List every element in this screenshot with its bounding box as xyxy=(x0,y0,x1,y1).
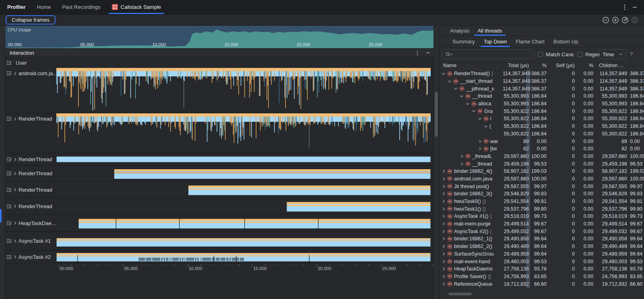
table-row[interactable]: m__thread29,459,19699.5300.0029,459,1969… xyxy=(439,160,644,168)
window-tab-profiler[interactable]: Profiler xyxy=(0,0,31,14)
thread-track[interactable] xyxy=(54,250,433,263)
subtab-top-down[interactable]: Top Down xyxy=(479,36,512,47)
collapse-section-icon[interactable] xyxy=(426,51,430,54)
table-row[interactable]: mSurfaceSyncGrou29,489,95999.6400.0029,4… xyxy=(439,250,644,258)
analysis-tab-analysis[interactable]: Analysis xyxy=(446,26,473,36)
collapse-node-icon[interactable] xyxy=(454,87,458,90)
table-row[interactable]: mbinder:16862_1()29,490,85899.6400.0029,… xyxy=(439,235,644,243)
expand-thread-icon[interactable] xyxy=(14,239,17,243)
zoom-out-icon[interactable] xyxy=(602,16,609,24)
expand-thread-icon[interactable] xyxy=(14,172,17,176)
expand-thread-icon[interactable] xyxy=(14,72,17,76)
thread-row[interactable]: android.com.ja... xyxy=(5,68,433,113)
collapse-node-icon[interactable] xyxy=(466,102,470,105)
expand-node-icon[interactable] xyxy=(442,184,446,188)
thread-track[interactable] xyxy=(54,154,433,165)
expand-node-icon[interactable] xyxy=(442,267,446,271)
thread-track[interactable] xyxy=(54,182,433,198)
subtab-flame-chart[interactable]: Flame Chart xyxy=(511,36,549,47)
table-row[interactable]: mwai890.0000.00890.00 xyxy=(439,137,644,145)
regex-checkbox[interactable] xyxy=(577,52,582,57)
expand-node-icon[interactable] xyxy=(442,252,446,256)
table-row[interactable]: m__start_thread114,357,849386.3700.00114… xyxy=(439,78,644,85)
table-row[interactable]: mAsyncTask #2()(29,499,03299.6700.0029,4… xyxy=(439,227,644,235)
table-header[interactable]: NameTotal (µs)%Self (µs)%Children ... xyxy=(439,61,644,70)
expand-node-icon[interactable] xyxy=(442,177,446,181)
thread-row[interactable]: RenderThread xyxy=(5,166,433,182)
table-row[interactable]: 55,300,822186.8400.0055,300,822186.84 xyxy=(439,130,644,138)
window-tab-callstack-sample[interactable]: Callstack Sample xyxy=(106,0,167,14)
table-row[interactable]: m__pthread_s114,357,849386.3700.00114,35… xyxy=(439,85,644,92)
collapse-frames-button[interactable]: Collapse frames xyxy=(6,15,56,25)
column-header[interactable]: % xyxy=(531,63,549,68)
table-row[interactable]: mhwuiTask0()()29,541,55499.8100.0029,541… xyxy=(439,198,644,205)
expand-thread-icon[interactable] xyxy=(14,117,17,121)
column-resize-indicator[interactable] xyxy=(526,70,530,288)
thread-track[interactable] xyxy=(54,198,433,214)
table-row[interactable]: mbinder:16862_2()29,490,48999.6400.0029,… xyxy=(439,243,644,250)
expand-node-icon[interactable] xyxy=(442,192,446,196)
table-row[interactable]: m__thread55,300,993186.8400.0055,300,993… xyxy=(439,92,644,100)
table-row[interactable]: mi55,300,822186.8400.0055,300,822186.84 xyxy=(439,115,644,123)
frame-selection-icon[interactable] xyxy=(631,16,638,24)
collapse-node-icon[interactable] xyxy=(472,110,476,113)
interaction-section-header[interactable]: Interaction xyxy=(5,48,433,57)
interaction-row-user[interactable]: User xyxy=(5,57,433,69)
search-input[interactable] xyxy=(442,49,535,59)
table-row[interactable]: m[ke820.0000.00820.00 xyxy=(439,145,644,153)
thread-row[interactable]: AsyncTask #2 xyxy=(5,250,433,264)
expand-node-icon[interactable] xyxy=(442,237,446,241)
reset-zoom-icon[interactable] xyxy=(621,16,629,24)
table-row[interactable]: mmali-event-hand29,460,00399.5300.0029,4… xyxy=(439,258,644,265)
expand-node-icon[interactable] xyxy=(460,162,464,166)
match-case-label[interactable]: Match Case xyxy=(546,51,574,57)
thread-track[interactable] xyxy=(54,113,433,153)
thread-row[interactable]: RenderThread xyxy=(5,154,433,166)
regex-label[interactable]: Regex xyxy=(585,51,601,57)
expand-node-icon[interactable] xyxy=(442,229,446,233)
thread-row[interactable]: RenderThread xyxy=(5,182,433,198)
match-case-checkbox[interactable] xyxy=(538,52,543,57)
threads-scrollbar[interactable] xyxy=(433,26,439,299)
table-row[interactable]: mandroid.com.java29,597,660100.0000.0029… xyxy=(439,175,644,183)
collapse-node-icon[interactable] xyxy=(442,72,446,75)
expand-node-icon[interactable] xyxy=(442,244,446,248)
expand-node-icon[interactable] xyxy=(442,169,446,173)
window-tab-past-recordings[interactable]: Past Recordings xyxy=(56,0,106,14)
expand-node-icon[interactable] xyxy=(442,274,446,279)
analysis-tab-all-threads[interactable]: All threads xyxy=(473,26,506,36)
column-header[interactable]: % xyxy=(577,63,595,68)
minimize-icon[interactable] xyxy=(632,4,638,10)
thread-track[interactable] xyxy=(54,232,433,250)
collapse-node-icon[interactable] xyxy=(460,95,464,98)
window-tab-home[interactable]: Home xyxy=(31,0,57,14)
expand-thread-icon[interactable] xyxy=(14,158,17,162)
time-dropdown[interactable]: Time xyxy=(599,49,626,59)
cpu-usage-chart[interactable]: CPU Usage 00.00005.00010.00015.00020.000… xyxy=(5,26,433,48)
help-icon[interactable]: ? xyxy=(630,51,633,57)
expand-node-icon[interactable] xyxy=(442,282,446,286)
column-header[interactable]: Self (µs) xyxy=(549,63,577,68)
thread-row[interactable]: RenderThread xyxy=(5,113,433,154)
horizontal-scrollbar-thumb[interactable] xyxy=(448,293,472,295)
thread-row[interactable]: HeapTaskDae... xyxy=(5,215,433,232)
kebab-menu-icon[interactable] xyxy=(624,4,625,10)
table-row[interactable]: mbinder:16862_3()29,546,82999.8300.0029,… xyxy=(439,190,644,198)
table-row[interactable]: mAsyncTask #1()(29,518,01999.7300.0029,5… xyxy=(439,213,644,220)
thread-row[interactable]: RenderThread xyxy=(5,198,433,215)
expand-node-icon[interactable] xyxy=(478,139,482,143)
column-header[interactable]: Children ... xyxy=(595,63,629,68)
expand-node-icon[interactable] xyxy=(478,147,482,151)
table-row[interactable]: mJit thread pool()29,587,55599.9700.0029… xyxy=(439,182,644,190)
thread-track[interactable] xyxy=(54,68,433,113)
collapse-node-icon[interactable] xyxy=(478,117,482,120)
expand-thread-icon[interactable] xyxy=(14,188,17,192)
table-row[interactable]: mbinder:16862_4()58,907,182199.0300.0058… xyxy=(439,168,644,175)
expand-node-icon[interactable] xyxy=(442,222,446,226)
subtab-summary[interactable]: Summary xyxy=(448,36,479,47)
expand-node-icon[interactable] xyxy=(442,214,446,218)
expand-node-icon[interactable] xyxy=(442,199,446,203)
thread-track[interactable] xyxy=(54,166,433,181)
column-header[interactable]: Total (µs) xyxy=(503,63,531,68)
collapse-node-icon[interactable] xyxy=(448,80,452,83)
